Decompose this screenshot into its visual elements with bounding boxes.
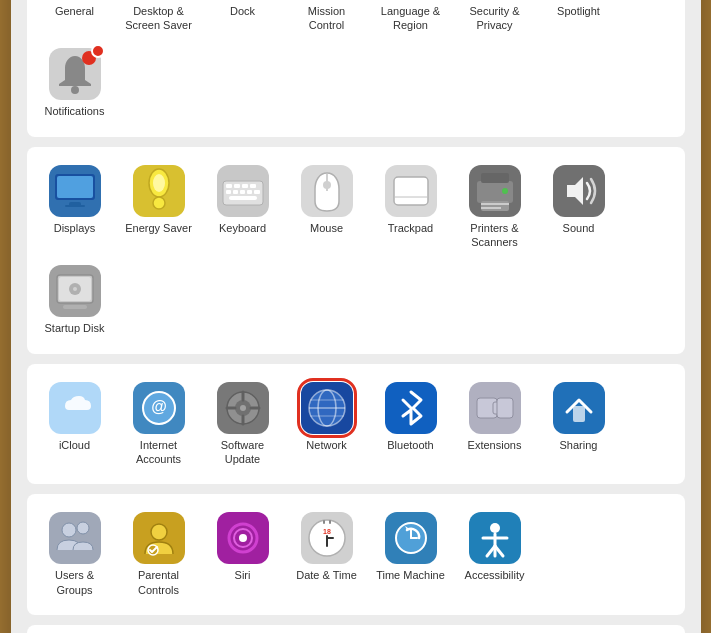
pref-label-siri: Siri <box>235 568 251 582</box>
pref-icon-siri <box>217 512 269 564</box>
pref-label-printers: Printers & Scanners <box>459 221 531 250</box>
notification-badge <box>91 44 105 58</box>
pref-icon-trackpad <box>385 165 437 217</box>
pref-icon-sound <box>553 165 605 217</box>
svg-rect-71 <box>481 203 509 205</box>
pref-item-software[interactable]: Software Update <box>203 376 283 473</box>
section-hardware: DisplaysEnergy SaverKeyboardMouseTrackpa… <box>27 147 685 354</box>
svg-point-88 <box>240 405 246 411</box>
pref-label-sound: Sound <box>563 221 595 235</box>
svg-rect-80 <box>63 305 87 309</box>
pref-item-siri[interactable]: Siri <box>203 506 283 603</box>
pref-icon-startup <box>49 265 101 317</box>
pref-item-language[interactable]: Language & Region <box>371 0 451 38</box>
svg-point-48 <box>153 197 165 209</box>
svg-point-79 <box>73 287 77 291</box>
pref-icon-notifications <box>49 48 101 100</box>
svg-text:@: @ <box>151 398 167 415</box>
pref-label-dock: Dock <box>230 4 255 18</box>
pref-item-desktop[interactable]: Desktop & Screen Saver <box>119 0 199 38</box>
system-preferences-window: ‹ › ⊞ System Preferences 🔍 Search FileGe… <box>11 0 701 633</box>
pref-label-trackpad: Trackpad <box>388 221 433 235</box>
pref-label-datetime: Date & Time <box>296 568 357 582</box>
svg-point-126 <box>490 523 500 533</box>
pref-label-sharing: Sharing <box>560 438 598 452</box>
svg-rect-104 <box>49 512 101 564</box>
pref-item-bluetooth[interactable]: Bluetooth <box>371 376 451 473</box>
svg-rect-53 <box>242 184 248 188</box>
pref-icon-bluetooth <box>385 382 437 434</box>
pref-item-icloud[interactable]: iCloud <box>35 376 115 473</box>
pref-icon-keyboard <box>217 165 269 217</box>
pref-label-startup: Startup Disk <box>45 321 105 335</box>
pref-item-accessibility[interactable]: Accessibility <box>455 506 535 603</box>
svg-rect-54 <box>250 184 256 188</box>
svg-text:18: 18 <box>323 528 331 535</box>
pref-item-displays[interactable]: Displays <box>35 159 115 256</box>
pref-item-sound[interactable]: Sound <box>539 159 619 256</box>
pref-item-security[interactable]: Security & Privacy <box>455 0 535 38</box>
pref-item-spotlight[interactable]: Spotlight <box>539 0 619 38</box>
content-area: FileGeneralDesktop & Screen SaverDockMis… <box>11 0 701 633</box>
pref-item-printers[interactable]: Printers & Scanners <box>455 159 535 256</box>
svg-rect-65 <box>394 177 428 205</box>
pref-item-startup[interactable]: Startup Disk <box>35 259 115 341</box>
pref-item-datetime[interactable]: 18Date & Time <box>287 506 367 603</box>
pref-label-notifications: Notifications <box>45 104 105 118</box>
pref-item-dock[interactable]: Dock <box>203 0 283 38</box>
pref-icon-energy <box>133 165 185 217</box>
svg-point-105 <box>62 523 76 537</box>
pref-label-energy: Energy Saver <box>125 221 192 235</box>
svg-point-38 <box>71 86 79 94</box>
pref-label-security: Security & Privacy <box>459 4 531 33</box>
pref-icon-accessibility <box>469 512 521 564</box>
svg-point-47 <box>153 174 165 192</box>
svg-point-73 <box>502 188 508 194</box>
pref-item-internet[interactable]: @Internet Accounts <box>119 376 199 473</box>
pref-label-icloud: iCloud <box>59 438 90 452</box>
svg-rect-42 <box>57 176 93 198</box>
pref-icon-software <box>217 382 269 434</box>
pref-label-extensions: Extensions <box>468 438 522 452</box>
pref-icon-icloud <box>49 382 101 434</box>
pref-item-trackpad[interactable]: Trackpad <box>371 159 451 256</box>
pref-label-accessibility: Accessibility <box>465 568 525 582</box>
svg-point-113 <box>239 534 247 542</box>
pref-label-internet: Internet Accounts <box>123 438 195 467</box>
pref-item-mouse[interactable]: Mouse <box>287 159 367 256</box>
pref-item-keyboard[interactable]: Keyboard <box>203 159 283 256</box>
pref-icon-internet: @ <box>133 382 185 434</box>
pref-label-bluetooth: Bluetooth <box>387 438 433 452</box>
pref-icon-datetime: 18 <box>301 512 353 564</box>
pref-icon-extensions <box>469 382 521 434</box>
pref-label-mouse: Mouse <box>310 221 343 235</box>
pref-label-general: General <box>55 4 94 18</box>
pref-item-network[interactable]: Network <box>287 376 367 473</box>
pref-icon-users <box>49 512 101 564</box>
pref-label-displays: Displays <box>54 221 96 235</box>
pref-item-mission[interactable]: Mission Control <box>287 0 367 38</box>
svg-rect-58 <box>247 190 252 194</box>
svg-rect-57 <box>240 190 245 194</box>
pref-item-energy[interactable]: Energy Saver <box>119 159 199 256</box>
pref-label-parental: Parental Controls <box>123 568 195 597</box>
pref-item-timemachine[interactable]: Time Machine <box>371 506 451 603</box>
pref-item-sharing[interactable]: Sharing <box>539 376 619 473</box>
pref-label-spotlight: Spotlight <box>557 4 600 18</box>
pref-icon-sharing <box>553 382 605 434</box>
pref-item-users[interactable]: Users & Groups <box>35 506 115 603</box>
pref-icon-timemachine <box>385 512 437 564</box>
pref-icon-network <box>301 382 353 434</box>
pref-item-extensions[interactable]: Extensions <box>455 376 535 473</box>
svg-rect-51 <box>226 184 232 188</box>
svg-point-63 <box>323 181 331 189</box>
pref-item-notifications[interactable]: Notifications <box>35 42 115 124</box>
pref-item-parental[interactable]: Parental Controls <box>119 506 199 603</box>
pref-item-general[interactable]: FileGeneral <box>35 0 115 38</box>
svg-rect-56 <box>233 190 238 194</box>
svg-rect-69 <box>481 173 509 183</box>
pref-icon-parental <box>133 512 185 564</box>
section-other: Flash Player <box>27 625 685 633</box>
pref-icon-printers <box>469 165 521 217</box>
svg-rect-116 <box>323 520 325 524</box>
